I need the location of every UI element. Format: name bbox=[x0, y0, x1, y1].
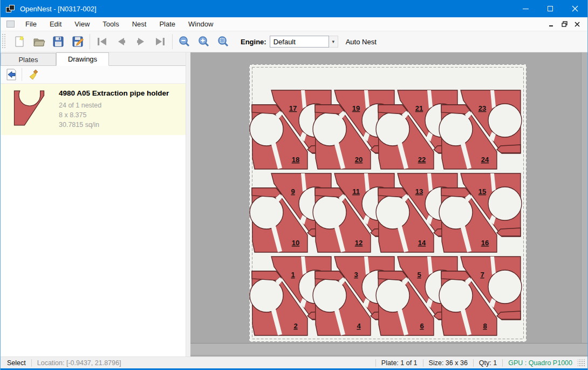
app-window: OpenNest - [N0317-002] FileEditViewTools… bbox=[0, 0, 588, 370]
mdi-close-icon bbox=[575, 22, 580, 27]
part-number-label: 14 bbox=[418, 239, 426, 247]
go-previous-icon bbox=[115, 35, 128, 48]
mdi-minimize-icon bbox=[549, 22, 554, 27]
chevron-down-icon: ▾ bbox=[332, 39, 334, 44]
import-drawing-icon bbox=[5, 68, 18, 81]
open-button[interactable] bbox=[29, 33, 49, 50]
clean-button[interactable] bbox=[26, 67, 43, 82]
save-edit-button[interactable] bbox=[68, 33, 87, 50]
menu-bar: FileEditViewToolsNestPlateWindow bbox=[1, 17, 587, 31]
drawing-dimensions: 8 x 8.375 bbox=[59, 110, 169, 120]
part-number-label: 10 bbox=[292, 239, 299, 247]
panel-divider[interactable] bbox=[186, 52, 190, 356]
engine-label: Engine: bbox=[241, 38, 266, 46]
part-number-label: 6 bbox=[420, 322, 423, 330]
plate-drawing[interactable]: 171819202122232491011121314151612345678 bbox=[249, 64, 527, 342]
broom-icon bbox=[28, 68, 41, 81]
close-icon bbox=[572, 5, 578, 12]
go-last-icon bbox=[154, 35, 167, 48]
part-number-label: 1 bbox=[291, 271, 295, 279]
close-button[interactable] bbox=[563, 0, 587, 17]
drawing-area: 30.7815 sq/in bbox=[59, 120, 169, 130]
engine-value: Default bbox=[274, 38, 296, 46]
zoom-in-button[interactable] bbox=[194, 33, 214, 50]
menu-edit[interactable]: Edit bbox=[43, 18, 68, 30]
menu-file[interactable]: File bbox=[19, 18, 43, 30]
tab-plates[interactable]: Plates bbox=[1, 53, 56, 65]
status-qty: Qty: 1 bbox=[479, 359, 497, 367]
part-number-label: 20 bbox=[355, 156, 363, 164]
save-edit-icon bbox=[71, 35, 84, 48]
mdi-restore-button[interactable] bbox=[558, 19, 570, 30]
maximize-button[interactable] bbox=[538, 0, 563, 17]
status-size: Size: 36 x 36 bbox=[429, 359, 468, 367]
zoom-out-button[interactable] bbox=[175, 33, 194, 50]
part-number-label: 21 bbox=[415, 104, 423, 112]
mdi-minimize-button[interactable] bbox=[545, 19, 557, 30]
main-toolbar: Engine: Default ▾ Auto Nest bbox=[1, 31, 587, 52]
vertical-scrollbar[interactable] bbox=[581, 52, 587, 343]
auto-nest-button[interactable]: Auto Nest bbox=[346, 38, 377, 46]
engine-select[interactable]: Default bbox=[270, 36, 329, 48]
part-number-label: 9 bbox=[291, 187, 295, 196]
go-next-icon bbox=[134, 35, 147, 48]
save-icon bbox=[52, 35, 65, 48]
status-gpu: GPU : Quadro P1000 bbox=[508, 359, 572, 367]
horizontal-scrollbar[interactable] bbox=[190, 343, 587, 355]
nest-canvas[interactable]: 171819202122232491011121314151612345678 bbox=[190, 52, 587, 356]
import-drawing-button[interactable] bbox=[3, 67, 20, 82]
part-number-label: 11 bbox=[352, 187, 360, 196]
open-folder-icon bbox=[32, 35, 45, 48]
window-title: OpenNest - [N0317-002] bbox=[20, 5, 97, 13]
status-location: Location: [-0.9437, 21.8796] bbox=[37, 359, 121, 367]
zoom-out-icon bbox=[178, 35, 191, 48]
zoom-in-icon bbox=[197, 35, 210, 48]
app-icon bbox=[6, 5, 15, 13]
part-number-label: 4 bbox=[357, 322, 361, 330]
part-number-label: 7 bbox=[480, 271, 484, 279]
save-button[interactable] bbox=[49, 33, 68, 50]
part-number-label: 24 bbox=[481, 156, 489, 164]
toolbar-separator bbox=[22, 68, 22, 81]
part-number-label: 23 bbox=[478, 104, 486, 112]
engine-caret-button[interactable]: ▾ bbox=[329, 36, 338, 48]
status-bar: Select Location: [-0.9437, 21.8796] Plat… bbox=[1, 356, 587, 368]
toolbar-separator bbox=[90, 34, 90, 49]
go-first-icon bbox=[95, 35, 108, 48]
drawings-toolbar bbox=[1, 66, 186, 84]
go-first-button[interactable] bbox=[92, 33, 112, 50]
menu-window[interactable]: Window bbox=[182, 18, 220, 30]
go-next-button[interactable] bbox=[131, 33, 151, 50]
part-number-label: 12 bbox=[355, 239, 363, 247]
menu-view[interactable]: View bbox=[68, 18, 96, 30]
tab-drawings[interactable]: Drawings bbox=[56, 52, 109, 66]
part-number-label: 3 bbox=[354, 271, 358, 279]
mdi-restore-icon bbox=[562, 21, 568, 27]
status-plate: Plate: 1 of 1 bbox=[381, 359, 418, 367]
toolbar-grip[interactable] bbox=[2, 34, 6, 49]
part-number-label: 13 bbox=[415, 187, 423, 196]
part-number-label: 22 bbox=[418, 156, 426, 164]
go-last-button[interactable] bbox=[151, 33, 170, 50]
go-previous-button[interactable] bbox=[112, 33, 131, 50]
title-bar: OpenNest - [N0317-002] bbox=[1, 0, 587, 17]
new-file-icon bbox=[13, 35, 26, 48]
zoom-fit-icon bbox=[217, 35, 230, 48]
sidebar: Plates Drawings bbox=[1, 52, 186, 356]
menu-nest[interactable]: Nest bbox=[126, 18, 153, 30]
part-number-label: 15 bbox=[478, 187, 486, 196]
part-thumbnail bbox=[7, 88, 51, 128]
mdi-close-button[interactable] bbox=[571, 19, 583, 30]
zoom-fit-button[interactable] bbox=[214, 33, 233, 50]
part-number-label: 2 bbox=[293, 322, 297, 330]
resize-grip[interactable] bbox=[578, 359, 585, 367]
maximize-icon bbox=[548, 6, 553, 11]
sidebar-tabs: Plates Drawings bbox=[1, 52, 186, 66]
new-button[interactable] bbox=[10, 33, 29, 50]
minimize-button[interactable] bbox=[513, 0, 538, 17]
minimize-icon bbox=[523, 9, 529, 9]
menu-tools[interactable]: Tools bbox=[96, 18, 125, 30]
menu-plate[interactable]: Plate bbox=[153, 18, 182, 30]
part-number-label: 8 bbox=[483, 322, 487, 330]
drawing-list-item[interactable]: 4980 A05 Extraction pipe holder 24 of 1 … bbox=[1, 84, 186, 135]
